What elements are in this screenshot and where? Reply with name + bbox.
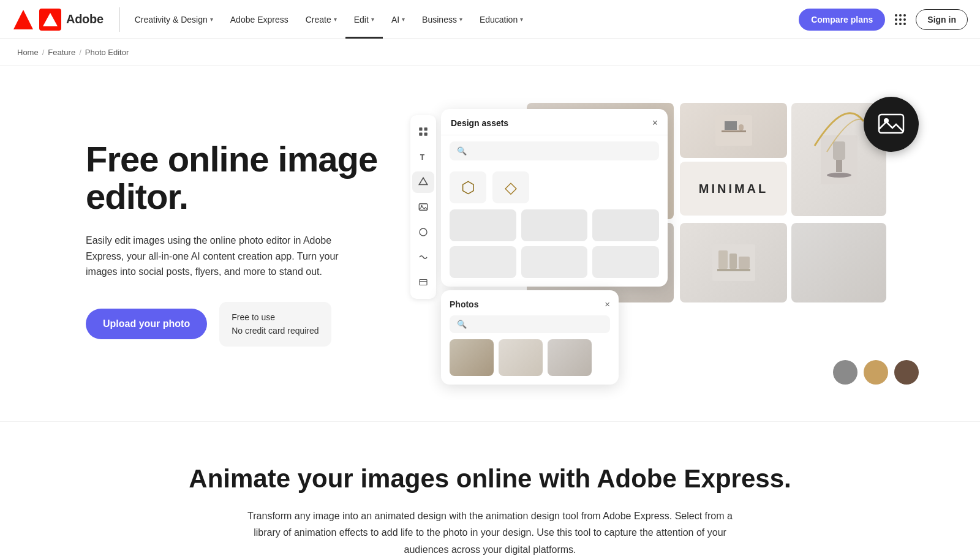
- svg-rect-23: [739, 124, 744, 130]
- grid-icon: [418, 126, 429, 137]
- svg-rect-33: [717, 269, 750, 271]
- sidebar-layers-button[interactable]: [412, 271, 434, 293]
- desk-image-icon: [715, 115, 752, 146]
- adobe-red-logo: [39, 9, 61, 31]
- asset-grid-item[interactable]: [450, 209, 516, 241]
- nav-item-create[interactable]: Create ▾: [297, 0, 345, 39]
- svg-rect-21: [722, 130, 746, 132]
- shape-diamond-item[interactable]: ◇: [492, 171, 529, 203]
- design-assets-panel: Design assets × 🔍 ⬡ ◇: [441, 109, 668, 287]
- breadcrumb: Home / Feature / Photo Editor: [0, 39, 980, 66]
- grid-dot: [895, 18, 897, 21]
- svg-rect-9: [424, 133, 428, 136]
- hero-info-line2: No credit card required: [232, 324, 318, 337]
- hero-illustration: T Design assets ×: [404, 103, 931, 385]
- design-assets-title: Design assets: [451, 118, 508, 128]
- svg-rect-22: [725, 121, 737, 130]
- photos-search[interactable]: 🔍: [450, 315, 610, 333]
- svg-rect-8: [419, 133, 422, 136]
- photo-thumb-3[interactable]: [548, 339, 592, 376]
- breadcrumb-feature[interactable]: Feature: [48, 48, 75, 57]
- sidebar-shapes-button[interactable]: [412, 171, 434, 193]
- photo-thumb-1[interactable]: [450, 339, 494, 376]
- svg-point-13: [420, 228, 427, 236]
- photos-search-input[interactable]: [472, 320, 603, 329]
- nav-item-express[interactable]: Adobe Express: [222, 0, 297, 39]
- sidebar-images-button[interactable]: [412, 197, 434, 218]
- adobe-logo-icon: [12, 9, 34, 31]
- hero-info-line1: Free to use: [232, 310, 318, 324]
- grid-dot: [899, 23, 902, 25]
- svg-rect-6: [419, 128, 422, 131]
- nav-item-edit[interactable]: Edit ▾: [345, 0, 383, 39]
- hero-description: Easily edit images using the online phot…: [86, 233, 355, 280]
- sign-in-button[interactable]: Sign in: [916, 9, 968, 30]
- grid-dot-row: [895, 18, 906, 21]
- sidebar-circle-button[interactable]: [412, 221, 434, 242]
- canvas-cell-top-mid: [680, 103, 787, 158]
- grid-dot: [903, 14, 906, 17]
- sidebar-effects-button[interactable]: [412, 246, 434, 268]
- breadcrumb-separator: /: [42, 48, 45, 57]
- asset-grid-item[interactable]: [521, 209, 588, 241]
- breadcrumb-separator: /: [79, 48, 81, 57]
- svg-rect-36: [739, 257, 750, 269]
- photos-panel-header: Photos ×: [450, 299, 610, 309]
- canvas-cell-bottom-right: [791, 223, 886, 302]
- design-assets-search-input[interactable]: [472, 146, 652, 156]
- adobe-text: Adobe: [66, 12, 104, 26]
- compare-plans-button[interactable]: Compare plans: [799, 9, 885, 31]
- photos-panel-close-button[interactable]: ×: [605, 299, 610, 309]
- grid-dot: [903, 18, 906, 21]
- chevron-down-icon: ▾: [402, 16, 405, 23]
- grid-dot: [899, 18, 902, 21]
- design-assets-body: ⬡ ◇: [441, 167, 668, 287]
- svg-point-27: [827, 173, 851, 178]
- design-assets-search[interactable]: 🔍: [450, 141, 659, 160]
- photo-thumb-2[interactable]: [499, 339, 543, 376]
- shape-hex-item[interactable]: ⬡: [450, 171, 486, 203]
- apps-grid-button[interactable]: [892, 12, 908, 28]
- grid-dot: [895, 23, 897, 25]
- sidebar-text-button[interactable]: T: [412, 146, 434, 168]
- diamond-shape: ◇: [505, 178, 517, 197]
- sidebar-design-button[interactable]: [412, 121, 434, 143]
- breadcrumb-current: Photo Editor: [85, 48, 129, 57]
- nav-item-education[interactable]: Education ▾: [471, 0, 532, 39]
- hero-section: Free online image editor. Easily edit im…: [0, 66, 980, 421]
- design-assets-close-button[interactable]: ×: [652, 118, 658, 129]
- minimal-text-label: MINIMAL: [699, 182, 769, 196]
- color-swatch-brown[interactable]: [894, 360, 919, 385]
- color-swatch-gold[interactable]: [864, 360, 888, 385]
- shelf-image-icon: [712, 244, 755, 281]
- search-icon: 🔍: [457, 146, 467, 156]
- asset-grid-item[interactable]: [592, 209, 659, 241]
- asset-grid-item[interactable]: [592, 246, 659, 278]
- breadcrumb-home[interactable]: Home: [17, 48, 39, 57]
- svg-rect-34: [718, 250, 728, 269]
- search-icon: 🔍: [457, 320, 467, 329]
- color-swatch-gray[interactable]: [833, 360, 858, 385]
- nav-item-business[interactable]: Business ▾: [413, 0, 471, 39]
- asset-grid-item[interactable]: [521, 246, 588, 278]
- editor-sidebar: T: [410, 115, 436, 299]
- svg-rect-11: [419, 204, 428, 211]
- circle-icon: [418, 227, 429, 238]
- upload-photo-button[interactable]: Upload your photo: [86, 309, 207, 339]
- asset-grid-item[interactable]: [450, 246, 516, 278]
- nav-item-creativity[interactable]: Creativity & Design ▾: [126, 0, 222, 39]
- nav-item-ai[interactable]: AI ▾: [383, 0, 413, 39]
- animate-section-description: Transform any image into an animated des…: [245, 508, 735, 556]
- hero-title: Free online image editor.: [86, 141, 380, 216]
- image-small-icon: [418, 201, 429, 212]
- nav-logo[interactable]: Adobe: [12, 9, 104, 31]
- effects-icon: [418, 252, 429, 263]
- grid-dot-row: [895, 14, 906, 17]
- chevron-down-icon: ▾: [371, 16, 374, 23]
- svg-rect-4: [879, 115, 903, 133]
- svg-rect-14: [420, 279, 427, 285]
- canvas-cell-bottom-mid: [680, 223, 787, 302]
- chevron-down-icon: ▾: [210, 16, 213, 23]
- shapes-icon: [418, 176, 429, 187]
- nav-right: Compare plans Sign in: [799, 9, 968, 31]
